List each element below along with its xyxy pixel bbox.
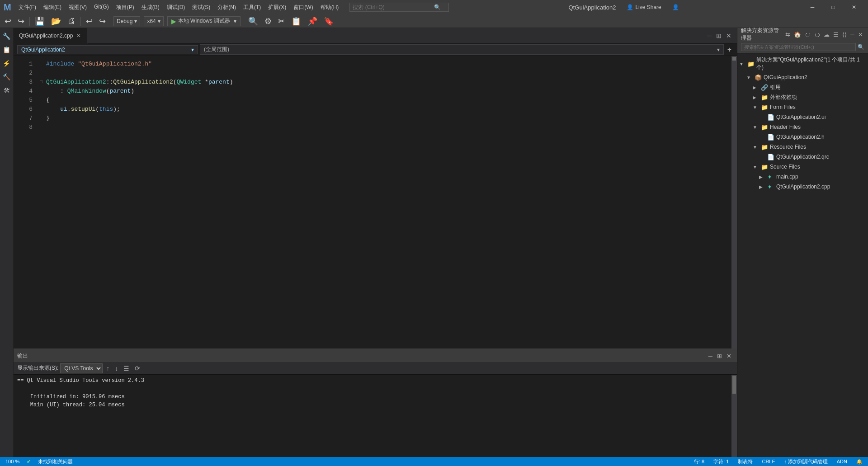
tree-external-deps[interactable]: ▶ 📁 外部依赖项 [737, 92, 868, 102]
toolbar-redo[interactable]: ↪ [96, 16, 108, 27]
menu-help[interactable]: 帮助(H) [317, 2, 343, 13]
menu-debug[interactable]: 调试(D) [163, 2, 189, 13]
sidebar-icon-5[interactable]: 🛠 [0, 84, 13, 97]
se-icon-7[interactable]: ⟨⟩ [841, 30, 848, 39]
toolbar-btn-1[interactable]: ↩ [2, 16, 14, 27]
line-ending-status[interactable]: CRLF [760, 459, 777, 464]
output-pin-icon[interactable]: ─ [707, 352, 714, 360]
output-source-select[interactable]: Qt VS Tools [60, 363, 103, 373]
tree-main-cpp[interactable]: ▶ ✦ main.cpp [737, 172, 868, 182]
collapse-3[interactable]: □ [40, 78, 45, 87]
debug-mode-dropdown[interactable]: Debug ▾ [113, 16, 140, 26]
zoom-status[interactable]: 100 % [4, 459, 21, 464]
toolbar-btn-8[interactable]: ✂ [275, 16, 288, 27]
row-status[interactable]: 行: 8 [692, 458, 706, 465]
se-tree: ▼ 📁 解决方案"QtGuiApplication2"(1 个项目/共 1 个)… [737, 53, 868, 457]
menu-tools[interactable]: 工具(T) [240, 2, 264, 13]
se-close-icon[interactable]: ✕ [857, 30, 864, 39]
nav-add-button[interactable]: + [726, 46, 733, 54]
indent-status[interactable]: 制表符 [736, 458, 755, 465]
sidebar-icon-2[interactable]: 📋 [0, 43, 13, 56]
tree-form-ui[interactable]: 📄 QtGuiApplication2.ui [737, 112, 868, 122]
toolbar-btn-3[interactable]: 💾 [32, 16, 47, 27]
tree-resource-qrc[interactable]: 📄 QtGuiApplication2.qrc [737, 152, 868, 162]
menu-file[interactable]: 文件(F) [15, 2, 40, 13]
se-icon-3[interactable]: ⭮ [803, 30, 812, 39]
minimize-button[interactable]: ─ [802, 0, 823, 14]
toolbar-btn-2[interactable]: ↪ [15, 16, 27, 27]
toolbar-btn-5[interactable]: 🖨 [65, 16, 78, 27]
solution-arrow: ▼ [739, 61, 745, 66]
se-icon-2[interactable]: 🏠 [793, 30, 802, 39]
menu-edit[interactable]: 编辑(E) [40, 2, 65, 13]
tree-header-files[interactable]: ▼ 📁 Header Files [737, 122, 868, 132]
toolbar-btn-4[interactable]: 📂 [48, 16, 64, 27]
toolbar-btn-7[interactable]: ⚙ [262, 16, 274, 27]
se-icon-5[interactable]: ☁ [822, 30, 831, 39]
toolbar-btn-11[interactable]: 🔖 [321, 16, 336, 27]
add-source-status[interactable]: ↑ 添加到源代码管理 [782, 458, 830, 465]
toolbar-separator-4 [243, 17, 243, 26]
se-icon-6[interactable]: ☰ [832, 30, 840, 39]
notification-icon[interactable]: 🔔 [854, 459, 864, 465]
menu-test[interactable]: 测试(S) [189, 2, 214, 13]
tab-pin-icon[interactable]: ─ [705, 30, 713, 41]
output-wrap-btn[interactable]: ⟳ [133, 364, 142, 373]
resource-arrow: ▼ [753, 145, 759, 150]
menu-git[interactable]: Git(G) [90, 2, 113, 13]
platform-dropdown[interactable]: x64 ▾ [144, 16, 163, 26]
tab-filename: QtGuiApplication2.cpp [19, 33, 73, 39]
sidebar-icon-1[interactable]: 🔧 [0, 30, 13, 42]
restore-button[interactable]: □ [823, 0, 844, 14]
se-icon-1[interactable]: ⇆ [784, 30, 792, 39]
no-issues-text[interactable]: 未找到相关问题 [36, 458, 75, 465]
tree-header-h[interactable]: 📄 QtGuiApplication2.h [737, 132, 868, 142]
output-dock-icon[interactable]: ⊞ [715, 352, 724, 360]
toolbar-btn-10[interactable]: 📌 [305, 16, 320, 27]
tree-resource-files[interactable]: ▼ 📁 Resource Files [737, 142, 868, 152]
search-box[interactable]: 🔍 [349, 3, 449, 12]
live-share-button[interactable]: 👤 Live Share [621, 2, 666, 12]
sidebar-icon-3[interactable]: ⚡ [0, 57, 13, 70]
output-line-2 [17, 385, 728, 393]
tree-references[interactable]: ▶ 🔗 引用 [737, 82, 868, 92]
close-button[interactable]: ✕ [844, 0, 864, 14]
col-status[interactable]: 字符: 1 [712, 458, 731, 465]
file-nav-dropdown[interactable]: QtGuiApplication2 ▾ [17, 45, 198, 54]
tree-solution-root[interactable]: ▼ 📁 解决方案"QtGuiApplication2"(1 个项目/共 1 个) [737, 55, 868, 72]
toolbar-btn-9[interactable]: 📋 [288, 16, 304, 27]
sidebar-icon-4[interactable]: 🔨 [0, 71, 13, 83]
output-toolbar: 显示输出来源(S): Qt VS Tools ↑ ↓ ☰ ⟳ [14, 362, 737, 375]
tab-close-all-icon[interactable]: ✕ [724, 30, 733, 41]
se-icon-8[interactable]: ─ [849, 30, 856, 39]
output-icons: ─ ⊞ ✕ [707, 352, 733, 360]
menu-extensions[interactable]: 扩展(X) [264, 2, 290, 13]
tree-project[interactable]: ▼ 📦 QtGuiApplication2 [737, 72, 868, 82]
tab-close-button[interactable]: ✕ [75, 33, 82, 39]
menu-project[interactable]: 项目(P) [113, 2, 138, 13]
account-icon[interactable]: 👤 [669, 4, 683, 10]
output-up-btn[interactable]: ↑ [104, 364, 111, 373]
active-tab[interactable]: QtGuiApplication2.cpp ✕ [14, 28, 88, 43]
run-button[interactable]: ▶ 本地 Windows 调试器 ▾ [167, 16, 241, 26]
output-scrollbar[interactable] [731, 375, 737, 457]
menu-build[interactable]: 生成(B) [138, 2, 163, 13]
tree-app-cpp[interactable]: ▶ ✦ QtGuiApplication2.cpp [737, 182, 868, 192]
se-search-input[interactable] [741, 43, 856, 51]
toolbar-undo[interactable]: ↩ [83, 16, 95, 27]
encoding-status[interactable]: ADN [835, 459, 849, 464]
output-close-icon[interactable]: ✕ [725, 352, 733, 360]
menu-view[interactable]: 视图(V) [65, 2, 90, 13]
menu-analyze[interactable]: 分析(N) [214, 2, 240, 13]
tree-source-files[interactable]: ▼ 📁 Source Files [737, 162, 868, 172]
scope-nav-dropdown[interactable]: (全局范围) ▾ [200, 44, 724, 55]
output-clear-btn[interactable]: ☰ [122, 364, 131, 373]
search-input[interactable] [353, 4, 434, 10]
menu-window[interactable]: 窗口(W) [290, 2, 316, 13]
output-content[interactable]: == Qt Visual Studio Tools version 2.4.3 … [14, 375, 731, 457]
output-down-btn[interactable]: ↓ [113, 364, 120, 373]
tree-form-files[interactable]: ▼ 📁 Form Files [737, 102, 868, 112]
se-icon-4[interactable]: ⭯ [813, 30, 821, 39]
tab-dock-icon[interactable]: ⊞ [714, 30, 723, 41]
toolbar-btn-6[interactable]: 🔍 [245, 16, 261, 27]
